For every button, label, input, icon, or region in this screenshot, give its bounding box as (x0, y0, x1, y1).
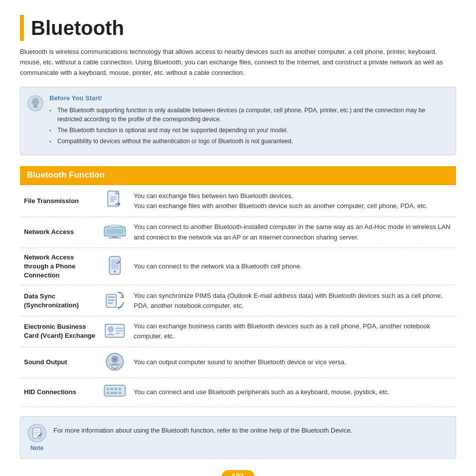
svg-point-19 (114, 270, 116, 272)
svg-rect-36 (106, 388, 109, 390)
phone-connection-icon (100, 247, 130, 285)
vcard-icon (100, 316, 130, 347)
table-row: Network Access through a Phone Connectio… (20, 247, 456, 285)
function-label: Network Access (20, 217, 100, 247)
svg-rect-39 (118, 388, 121, 390)
before-you-start-box: Before You Start! The Bluetooth supporti… (20, 87, 456, 155)
function-description: You can synchronize PIMS data (Outlook E… (130, 285, 456, 316)
function-label: Sound Output (20, 347, 100, 378)
note-text: For more information about using the Blu… (53, 424, 352, 436)
page-number: 101 (222, 470, 255, 476)
svg-rect-3 (34, 107, 37, 108)
table-row: Network Access You can connect to anothe… (20, 217, 456, 247)
function-label: Data Sync (Synchronization) (20, 285, 100, 316)
before-list-item: Compatibility to devices without the aut… (49, 137, 447, 146)
intro-text: Bluetooth is wireless communications tec… (20, 47, 456, 78)
hid-icon (100, 378, 130, 407)
page-number-wrap: 101 (20, 470, 456, 476)
svg-rect-2 (34, 106, 37, 107)
table-row: Sound Output You can output computer sou… (20, 347, 456, 378)
sound-output-icon (100, 347, 130, 378)
note-label: Note (30, 445, 44, 452)
svg-line-6 (32, 98, 33, 99)
svg-rect-23 (108, 302, 113, 304)
svg-rect-45 (33, 428, 41, 438)
function-description: You can output computer sound to another… (130, 347, 456, 378)
table-row: File Transmission You can exchange files… (20, 185, 456, 217)
svg-rect-32 (112, 365, 118, 368)
svg-rect-14 (106, 229, 124, 235)
function-description: You can connect to another Bluetooth-ins… (130, 217, 456, 247)
svg-line-5 (38, 98, 38, 99)
svg-rect-42 (118, 392, 121, 394)
section-header: Bluetooth Function (20, 166, 456, 184)
table-row: HID Connections You can connect and use … (20, 378, 456, 407)
table-row: Electronic Business Card (Vcard) Exchang… (20, 316, 456, 347)
svg-rect-22 (108, 299, 115, 301)
function-description: You can exchange business cards with Blu… (130, 316, 456, 347)
before-list: The Bluetooth supporting function is onl… (49, 106, 447, 146)
function-table: File Transmission You can exchange files… (20, 184, 456, 407)
function-label: Electronic Business Card (Vcard) Exchang… (20, 316, 100, 347)
file-transmission-icon (100, 185, 130, 217)
svg-rect-37 (110, 388, 113, 390)
page-title-block: Bluetooth (20, 15, 456, 41)
function-label: File Transmission (20, 185, 100, 217)
svg-rect-38 (114, 388, 117, 390)
svg-rect-40 (106, 392, 109, 394)
svg-point-1 (32, 99, 38, 106)
before-list-item: The Bluetooth supporting function is onl… (49, 106, 447, 124)
svg-point-25 (108, 327, 113, 332)
note-box: Note For more information about using th… (20, 416, 456, 459)
before-title: Before You Start! (49, 94, 447, 102)
network-access-icon (100, 217, 130, 247)
before-list-item: The Bluetooth function is optional and m… (49, 126, 447, 135)
title-accent-bar (20, 15, 24, 41)
function-label: HID Connections (20, 378, 100, 407)
table-row: Data Sync (Synchronization) You can sync… (20, 285, 456, 316)
svg-rect-35 (104, 385, 125, 396)
svg-rect-18 (111, 259, 118, 269)
page-title: Bluetooth (31, 17, 124, 39)
function-description: You can connect to the network via a Blu… (130, 247, 456, 285)
svg-rect-21 (108, 296, 115, 298)
svg-rect-41 (110, 392, 117, 394)
lightbulb-icon (27, 95, 43, 111)
function-description: You can exchange files between two Bluet… (130, 185, 456, 217)
before-content: Before You Start! The Bluetooth supporti… (49, 94, 447, 148)
note-icon-wrap: Note (27, 424, 46, 452)
function-label: Network Access through a Phone Connectio… (20, 247, 100, 285)
svg-point-31 (113, 358, 116, 361)
function-description: You can connect and use Bluetooth periph… (130, 378, 456, 407)
note-pencil-icon (27, 424, 46, 443)
data-sync-icon (100, 285, 130, 316)
